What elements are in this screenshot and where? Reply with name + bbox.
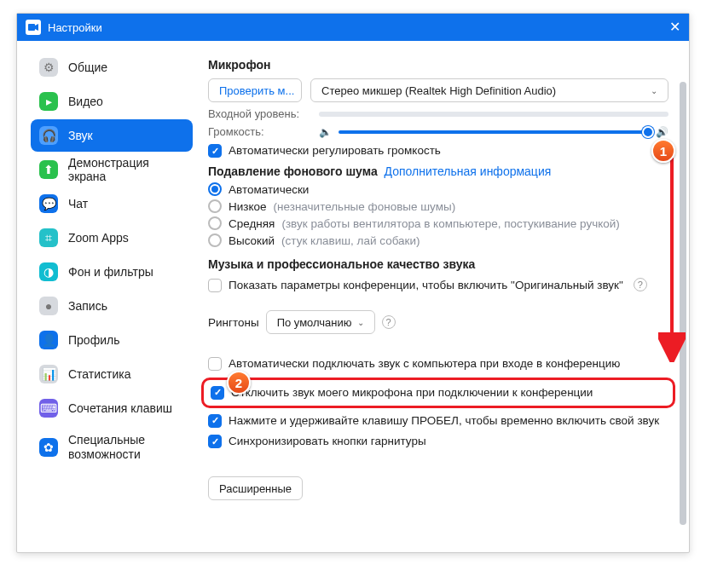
- ringtones-label: Рингтоны: [208, 316, 259, 329]
- noise-opt-medium[interactable]: Средняя (звук работы вентилятора в компь…: [208, 216, 668, 230]
- chevron-down-icon: ⌄: [651, 86, 657, 95]
- spacebar-unmute-checkbox[interactable]: Нажмите и удерживайте клавишу ПРОБЕЛ, чт…: [208, 413, 668, 429]
- volume-high-icon: 🔊: [656, 126, 668, 138]
- headphones-icon: 🎧: [39, 126, 58, 145]
- radio-icon: [208, 199, 222, 213]
- ringtone-select[interactable]: По умолчанию ⌄: [266, 310, 375, 334]
- volume-label: Громкость:: [208, 125, 310, 138]
- sidebar-item-zoom-apps[interactable]: ⌗Zoom Apps: [31, 222, 193, 254]
- annotation-badge-2: 2: [227, 371, 251, 395]
- mic-heading: Микрофон: [208, 58, 668, 72]
- advanced-button[interactable]: Расширенные: [208, 476, 303, 500]
- sidebar-item-profile[interactable]: 👤Профиль: [31, 324, 193, 356]
- auto-adjust-volume-checkbox[interactable]: Автоматически регулировать громкость: [208, 143, 668, 159]
- checkbox-icon: [208, 279, 222, 292]
- noise-opt-low[interactable]: Низкое (незначительные фоновые шумы): [208, 199, 668, 213]
- input-level-label: Входной уровень:: [208, 107, 310, 120]
- sidebar-item-accessibility[interactable]: ✿Специальные возможности: [31, 426, 193, 469]
- sidebar-item-chat[interactable]: 💬Чат: [31, 187, 193, 220]
- original-sound-checkbox[interactable]: Показать параметры конференции, чтобы вк…: [208, 278, 668, 293]
- help-icon[interactable]: ?: [382, 315, 396, 329]
- titlebar: Настройки ✕: [17, 14, 689, 41]
- help-icon[interactable]: ?: [634, 278, 647, 291]
- content-panel: Микрофон Проверить м... Стерео микшер (R…: [201, 41, 689, 552]
- sidebar-item-background[interactable]: ◑Фон и фильтры: [31, 256, 193, 288]
- sidebar-item-recording[interactable]: ●Запись: [31, 290, 193, 322]
- checkbox-icon: [208, 414, 222, 428]
- checkbox-icon: [211, 386, 224, 400]
- radio-icon: [208, 182, 222, 196]
- settings-window: Настройки ✕ ⚙Общие ▸Видео 🎧Звук ⬆Демонст…: [16, 13, 690, 553]
- mute-on-join-checkbox[interactable]: Отключить звук моего микрофона при подкл…: [211, 385, 666, 401]
- checkbox-icon: [208, 144, 222, 158]
- app-icon: [26, 20, 41, 35]
- record-icon: ●: [39, 297, 58, 315]
- radio-icon: [208, 216, 222, 230]
- svg-rect-0: [28, 24, 35, 31]
- noise-opt-high[interactable]: Высокий (стук клавиш, лай собаки): [208, 233, 668, 247]
- stats-icon: 📊: [39, 365, 58, 383]
- slider-thumb[interactable]: [642, 126, 654, 138]
- noise-heading: Подавление фонового шума Дополнительная …: [208, 164, 551, 178]
- apps-icon: ⌗: [39, 228, 58, 247]
- window-title: Настройки: [48, 21, 102, 34]
- sync-headset-checkbox[interactable]: Синхронизировать кнопки гарнитуры: [208, 434, 668, 449]
- checkbox-icon: [208, 357, 222, 371]
- volume-low-icon: 🔈: [319, 126, 332, 138]
- gear-icon: ⚙: [39, 58, 58, 77]
- test-mic-button[interactable]: Проверить м...: [208, 78, 302, 102]
- close-icon[interactable]: ✕: [669, 19, 680, 35]
- chat-icon: 💬: [39, 194, 58, 213]
- annotation-badge-1: 1: [651, 139, 675, 163]
- mic-device-select[interactable]: Стерео микшер (Realtek High Definition A…: [310, 78, 668, 102]
- sidebar: ⚙Общие ▸Видео 🎧Звук ⬆Демонстрация экрана…: [17, 41, 201, 552]
- sidebar-item-audio[interactable]: 🎧Звук: [31, 119, 193, 152]
- keyboard-icon: ⌨: [39, 399, 58, 418]
- profile-icon: 👤: [39, 331, 58, 349]
- background-icon: ◑: [39, 262, 58, 281]
- input-level-meter: [319, 112, 668, 117]
- music-heading: Музыка и профессиональное качество звука: [208, 257, 668, 271]
- sidebar-item-general[interactable]: ⚙Общие: [31, 51, 193, 84]
- accessibility-icon: ✿: [39, 438, 58, 457]
- annotation-arrow: [658, 149, 686, 362]
- chevron-down-icon: ⌄: [357, 318, 364, 327]
- noise-info-link[interactable]: Дополнительная информация: [385, 164, 552, 178]
- noise-opt-auto[interactable]: Автоматически: [208, 182, 668, 196]
- sidebar-item-shortcuts[interactable]: ⌨Сочетания клавиш: [31, 392, 193, 424]
- radio-icon: [208, 233, 222, 247]
- share-icon: ⬆: [39, 160, 58, 179]
- video-icon: ▸: [39, 92, 58, 111]
- volume-slider[interactable]: 🔈 🔊: [319, 126, 668, 138]
- sidebar-item-share-screen[interactable]: ⬆Демонстрация экрана: [31, 153, 193, 186]
- annotation-highlight: Отключить звук моего микрофона при подкл…: [201, 378, 675, 408]
- sidebar-item-statistics[interactable]: 📊Статистика: [31, 358, 193, 390]
- auto-connect-audio-checkbox[interactable]: Автоматически подключать звук с компьюте…: [208, 356, 668, 372]
- sidebar-item-video[interactable]: ▸Видео: [31, 85, 193, 118]
- checkbox-icon: [208, 435, 222, 448]
